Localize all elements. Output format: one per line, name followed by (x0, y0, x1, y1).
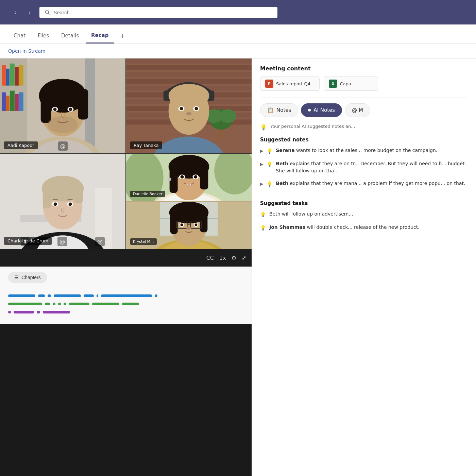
note-bulb-1: 💡 (267, 148, 272, 155)
task-bulb-1: 💡 (260, 211, 266, 218)
ai-header-note: 💡 Your personal AI suggested notes an... (260, 124, 468, 131)
svg-rect-77 (200, 162, 208, 189)
svg-point-78 (168, 177, 171, 181)
svg-point-46 (169, 84, 209, 108)
stream-label: Open in Stream (8, 48, 46, 54)
ai-header-text: Your personal AI suggested notes an... (270, 124, 355, 129)
svg-rect-7 (15, 67, 19, 86)
chapters-label: Chapters (21, 275, 41, 280)
video-cell-krystal: Krystal M... (126, 202, 252, 249)
cc-button[interactable]: CC (206, 255, 214, 261)
person-charlotte-svg (0, 154, 125, 249)
task-item-jon: 💡 Jon Shammas will double check... relea… (260, 224, 468, 232)
top-bar: ‹ › (0, 0, 476, 24)
task-item-beth: 💡 Beth will follow up on advertisem... (260, 210, 468, 218)
svg-rect-93 (200, 208, 207, 232)
fullscreen-button[interactable]: ⤢ (242, 255, 246, 261)
meeting-content-title: Meeting content (260, 65, 468, 72)
svg-point-101 (187, 227, 191, 230)
search-icon (45, 10, 50, 15)
svg-rect-8 (19, 65, 23, 86)
note-text-beth-2: Beth explains that they are mana... a pr… (276, 180, 465, 187)
note-arrow-2[interactable]: ▶ (260, 161, 263, 167)
tab-files[interactable]: Files (32, 29, 54, 44)
note-arrow-1[interactable]: ▶ (260, 148, 263, 154)
divider-notes-tasks (260, 194, 468, 194)
svg-rect-22 (78, 89, 88, 120)
mention-icon-c2[interactable]: @ (95, 237, 105, 246)
timeline-track-blue (8, 294, 243, 298)
timeline-track-purple (8, 310, 243, 314)
settings-button[interactable]: ⚙ (232, 255, 236, 261)
person-aadi-svg (0, 58, 125, 153)
mention-icon-aadi[interactable]: @ (58, 141, 68, 151)
forward-button[interactable]: › (25, 7, 34, 18)
note-text-beth-1: Beth explains that they are on tr... Dec… (276, 160, 468, 174)
stream-bar[interactable]: Open in Stream (0, 44, 476, 58)
svg-rect-4 (2, 65, 6, 86)
tab-ai-notes[interactable]: AI Notes (301, 103, 342, 117)
suggested-notes-title: Suggested notes (260, 137, 468, 143)
xls-icon: X (329, 80, 337, 88)
search-bar[interactable] (39, 7, 277, 18)
svg-rect-30 (126, 65, 252, 70)
name-danielle: Danielle Booker (130, 191, 165, 197)
ppt-filename: Sales report Q4... (276, 81, 314, 86)
svg-rect-12 (15, 94, 19, 111)
video-cell-danielle-krystal: Danielle Booker (126, 154, 252, 249)
tab-add-button[interactable]: + (115, 28, 129, 43)
mention-tab-label: @ M (352, 107, 363, 113)
name-krystal: Krystal M... (130, 238, 157, 245)
tab-notes[interactable]: 📋 Notes (260, 103, 298, 117)
svg-point-27 (48, 116, 78, 133)
svg-point-80 (181, 175, 184, 178)
tab-mention[interactable]: @ M (345, 103, 370, 117)
content-files: P Sales report Q4... X Capa... (260, 76, 468, 91)
note-bulb-3: 💡 (267, 181, 272, 188)
name-ray-tanaka: Ray Tanaka (130, 141, 162, 149)
notes-tabs: 📋 Notes AI Notes @ M (260, 103, 468, 117)
file-chip-ppt[interactable]: P Sales report Q4... (260, 76, 320, 91)
timeline-section[interactable] (0, 288, 252, 324)
note-bulb-2: 💡 (267, 161, 272, 168)
upload-icon-charlotte[interactable]: ⬆ (21, 237, 29, 246)
video-grid: Aadi Kapoor @ (0, 58, 252, 249)
video-bottom-bar: CC 1x ⚙ ⤢ (0, 249, 252, 267)
svg-point-53 (186, 112, 192, 115)
svg-point-98 (181, 223, 183, 226)
svg-point-42 (219, 109, 236, 123)
svg-rect-63 (74, 185, 83, 203)
svg-rect-48 (181, 118, 197, 130)
tab-bar: Chat Files Details Recap + (0, 24, 476, 44)
svg-rect-9 (2, 92, 6, 111)
svg-point-100 (194, 223, 197, 226)
task-bulb-2: 💡 (260, 224, 266, 232)
tab-chat[interactable]: Chat (8, 29, 31, 44)
svg-point-52 (194, 107, 198, 110)
svg-rect-11 (10, 91, 15, 111)
svg-rect-29 (126, 58, 252, 64)
svg-point-26 (69, 107, 72, 111)
chapters-button[interactable]: ☰ Chapters (8, 272, 47, 283)
bulb-header-icon: 💡 (260, 124, 267, 131)
video-cell-ray: Ray Tanaka (126, 58, 252, 153)
person-ray-svg (126, 58, 252, 153)
tab-details[interactable]: Details (56, 29, 84, 44)
tab-recap[interactable]: Recap (86, 28, 114, 44)
back-button[interactable]: ‹ (11, 7, 20, 18)
main-content: Aadi Kapoor @ (0, 58, 476, 476)
svg-rect-10 (6, 96, 10, 111)
note-text-serena: Serena wants to look at the sales... mor… (276, 147, 437, 154)
file-chip-xls[interactable]: X Capa... (324, 76, 378, 91)
task-text-beth: Beth will follow up on advertisem... (269, 210, 353, 218)
timeline-track-green (8, 302, 243, 306)
mention-icon-charlotte[interactable]: @ (57, 237, 67, 246)
svg-rect-21 (41, 89, 51, 123)
svg-rect-31 (126, 72, 252, 77)
chapters-icon: ☰ (14, 275, 19, 280)
note-arrow-3[interactable]: ▶ (260, 181, 263, 187)
search-input[interactable] (53, 10, 272, 15)
speed-button[interactable]: 1x (219, 255, 226, 261)
notes-tab-label: Notes (276, 107, 291, 113)
ai-dot-icon (308, 109, 311, 112)
